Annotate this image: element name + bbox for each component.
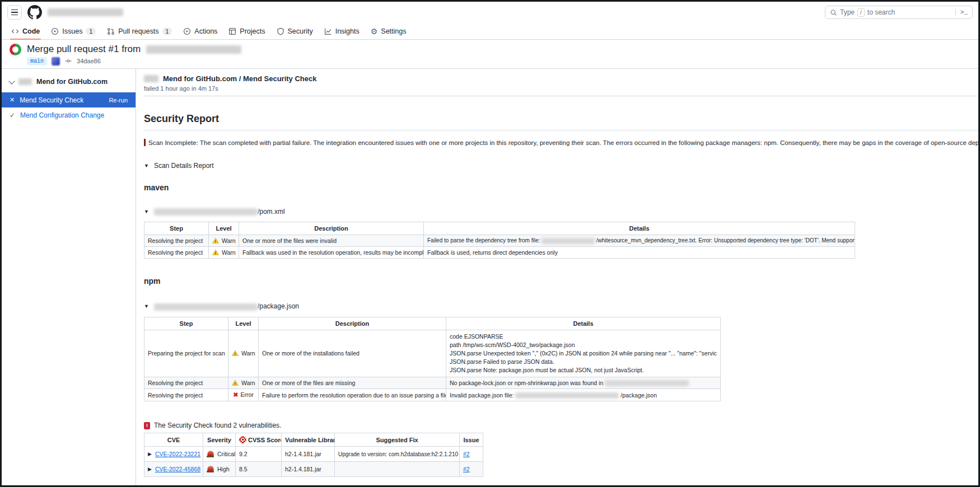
tab-issues[interactable]: Issues 1 [46, 23, 101, 39]
tab-label: Pull requests [118, 27, 158, 35]
search-placeholder-pre: Type [840, 8, 855, 16]
sidebar-item-mend-configuration-change[interactable]: Mend Configuration Change [2, 107, 136, 123]
table-header-row: CVE Severity CVSS Score Vulnerable Libra… [144, 433, 483, 447]
triangle-down-icon [144, 209, 149, 214]
path-redacted [515, 392, 619, 399]
slash-key-hint: / [857, 8, 865, 17]
sidebar-item-mend-security-check[interactable]: Mend Security Check Re-run [2, 92, 136, 107]
hamburger-menu-button[interactable] [7, 5, 22, 20]
tab-label: Security [288, 27, 313, 35]
avatar[interactable] [52, 57, 60, 65]
cvss-score-cell: 8.5 [236, 462, 282, 477]
col-level: Level [209, 222, 239, 235]
toggle-label: Scan Details Report [154, 162, 214, 170]
issue-cell: #2 [460, 447, 483, 462]
sidebar-group-label: Mend for GitHub.com [36, 78, 108, 86]
tab-pull-requests[interactable]: Pull requests 1 [102, 23, 177, 39]
sidebar-item-label: Mend Security Check [20, 96, 83, 104]
triangle-down-icon [144, 163, 149, 168]
file-name: /package.json [258, 302, 299, 310]
app-avatar-redacted [18, 78, 32, 85]
sidebar-group-mend[interactable]: Mend for GitHub.com [2, 72, 136, 92]
pr-header: Merge pull request #1 from main 34dae86 [2, 40, 978, 68]
details-cell: Failed to parse the dependency tree from… [424, 235, 855, 247]
cve-cell: CVE-2022-23221 [144, 447, 203, 462]
vulnerabilities-table: CVE Severity CVSS Score Vulnerable Libra… [144, 433, 483, 477]
table-header-row: Step Level Description Details [144, 317, 721, 330]
shield-icon [277, 27, 284, 35]
tab-label: Code [22, 27, 40, 35]
repo-nav: Code Issues 1 Pull requests 1 Actions Pr… [2, 23, 978, 40]
file-path-redacted [154, 208, 258, 216]
col-details: Details [446, 317, 721, 330]
tab-label: Issues [62, 27, 82, 35]
warn-icon [212, 238, 219, 244]
search-input[interactable]: Type / to search [825, 6, 973, 19]
path-redacted [605, 380, 689, 386]
description-cell: One or more of the installations failed [259, 330, 446, 377]
vulnerabilities-summary-text: The Security Check found 2 vulnerabiliti… [154, 422, 281, 429]
red-report-icon [144, 422, 150, 429]
pull-requests-count-badge: 1 [162, 27, 172, 35]
severity-cell: Critical [203, 447, 236, 462]
expand-row-icon[interactable] [148, 466, 152, 472]
description-cell: One or more of the files were invalid [239, 235, 424, 247]
tab-label: Settings [381, 27, 406, 35]
checks-status-donut-icon [10, 44, 21, 55]
run-header: Mend for GitHub.com / Mend Security Chec… [144, 69, 978, 96]
table-row: Resolving the project Error Failure to p… [144, 389, 721, 401]
cve-link[interactable]: CVE-2022-45868 [155, 466, 200, 472]
level-cell: Error [228, 389, 259, 401]
tab-security[interactable]: Security [272, 23, 318, 39]
projects-icon [228, 27, 236, 35]
error-x-icon [233, 391, 238, 398]
graph-icon [324, 27, 332, 35]
github-logo-icon[interactable] [27, 5, 42, 20]
step-cell: Preparing the project for scan [144, 330, 228, 377]
pom-xml-toggle[interactable]: /pom.xml [144, 208, 978, 216]
run-title: Mend for GitHub.com / Mend Security Chec… [163, 74, 316, 83]
warn-icon [232, 380, 239, 386]
package-json-toggle[interactable]: /package.json [144, 302, 978, 310]
pr-title: Merge pull request #1 from [27, 44, 141, 55]
code-icon [11, 27, 19, 35]
vulnerabilities-summary: The Security Check found 2 vulnerabiliti… [144, 422, 978, 429]
path-redacted [542, 238, 595, 244]
file-name: /pom.xml [258, 208, 285, 216]
table-header-row: Step Level Description Details [144, 222, 855, 235]
details-cell: code EJSONPARSE path /tmp/ws-scm/WSD-400… [446, 330, 721, 377]
search-icon [830, 9, 837, 16]
tab-insights[interactable]: Insights [319, 23, 365, 39]
tab-projects[interactable]: Projects [223, 23, 270, 39]
cve-cell: CVE-2022-45868 [144, 462, 203, 477]
tab-settings[interactable]: Settings [366, 23, 412, 39]
step-cell: Resolving the project [144, 377, 228, 389]
rerun-button[interactable]: Re-run [109, 97, 128, 104]
commit-sha[interactable]: 34dae86 [77, 58, 101, 64]
issue-link[interactable]: #2 [463, 466, 470, 472]
level-cell: Warn [228, 377, 259, 389]
branch-badge[interactable]: main [27, 57, 47, 65]
npm-scan-table: Step Level Description Details Preparing… [144, 317, 721, 402]
commit-icon [64, 58, 72, 64]
run-avatar-redacted [144, 75, 158, 82]
command-palette-icon[interactable] [955, 9, 968, 16]
expand-row-icon[interactable] [148, 451, 152, 457]
siren-icon [207, 451, 214, 457]
check-icon [10, 111, 15, 119]
table-row: Resolving the project Warn Fallback was … [144, 247, 855, 259]
vulnerable-library-cell: h2-1.4.181.jar [282, 447, 335, 462]
details-cell: Fallback is used, returns direct depende… [424, 247, 855, 259]
tab-code[interactable]: Code [6, 23, 45, 39]
issue-link[interactable]: #2 [463, 451, 470, 457]
table-row: Resolving the project Warn One or more o… [144, 377, 721, 389]
level-cell: Warn [228, 330, 259, 377]
col-level: Level [228, 317, 259, 330]
scan-details-report-toggle[interactable]: Scan Details Report [144, 162, 978, 170]
cve-link[interactable]: CVE-2022-23221 [155, 451, 200, 457]
tab-actions[interactable]: Actions [178, 23, 222, 39]
suggested-fix-cell: Upgrade to version: com.h2database:h2:2.… [335, 447, 460, 462]
repo-name-redacted [48, 8, 123, 16]
issue-icon [51, 27, 59, 35]
file-path-redacted [154, 303, 258, 311]
